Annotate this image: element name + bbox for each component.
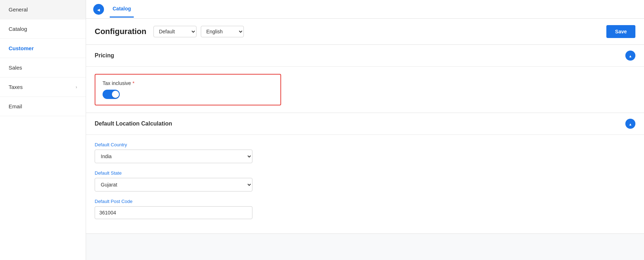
- location-section-header: Default Location Calculation: [86, 113, 644, 135]
- chevron-up-icon-2: [629, 121, 632, 127]
- sidebar-item-taxes[interactable]: Taxes ›: [0, 77, 86, 97]
- default-country-group: Default Country India USA UK Australia: [95, 142, 635, 163]
- chevron-right-icon: ›: [76, 85, 77, 90]
- location-content: Default Country India USA UK Australia D…: [86, 135, 644, 233]
- tab-catalog-label: Catalog: [113, 6, 131, 11]
- chevron-up-icon: [629, 53, 632, 58]
- sidebar-item-taxes-label: Taxes: [9, 84, 23, 90]
- pricing-section-header: Pricing: [86, 45, 644, 67]
- pricing-section-title: Pricing: [95, 52, 114, 59]
- sidebar-item-customer-label: Customer: [9, 45, 34, 51]
- default-state-group: Default State Gujarat Maharashtra Delhi …: [95, 170, 635, 192]
- toggle-knob: [112, 91, 119, 98]
- location-section: Default Location Calculation Default Cou…: [86, 113, 644, 234]
- config-title: Configuration: [95, 27, 146, 36]
- sidebar-item-email-label: Email: [9, 103, 22, 109]
- save-button[interactable]: Save: [606, 25, 635, 38]
- default-postcode-group: Default Post Code 361004: [95, 199, 635, 219]
- config-header: Configuration Default Store 1 Store 2 En…: [86, 19, 644, 45]
- default-country-label: Default Country: [95, 142, 635, 147]
- tabs-bar: Catalog: [86, 0, 644, 19]
- store-select[interactable]: Default Store 1 Store 2: [153, 26, 196, 37]
- location-toggle-button[interactable]: [625, 119, 635, 129]
- location-section-title: Default Location Calculation: [95, 120, 172, 127]
- pricing-toggle-button[interactable]: [625, 51, 635, 61]
- required-star: *: [132, 80, 134, 86]
- pricing-content: Tax inclusive *: [86, 67, 644, 113]
- sidebar-item-sales-label: Sales: [9, 65, 22, 71]
- chevron-left-icon: [97, 6, 100, 12]
- sidebar-item-customer[interactable]: Customer: [0, 39, 86, 58]
- default-country-select[interactable]: India USA UK Australia: [95, 150, 252, 163]
- sidebar-item-catalog[interactable]: Catalog: [0, 19, 86, 39]
- sidebar-item-sales[interactable]: Sales: [0, 58, 86, 77]
- default-state-select[interactable]: Gujarat Maharashtra Delhi Karnataka: [95, 178, 252, 192]
- sidebar-item-general[interactable]: General: [0, 0, 86, 19]
- default-state-label: Default State: [95, 170, 635, 176]
- sidebar-item-catalog-label: Catalog: [9, 26, 27, 32]
- tax-inclusive-label: Tax inclusive *: [103, 80, 273, 86]
- language-select[interactable]: English French Spanish: [201, 26, 244, 37]
- default-postcode-input[interactable]: 361004: [95, 206, 252, 219]
- back-button[interactable]: [93, 4, 104, 15]
- sidebar: General Catalog Customer Sales Taxes › E…: [0, 0, 86, 260]
- main-area: Catalog Configuration Default Store 1 St…: [86, 0, 644, 260]
- pricing-section: Pricing Tax inclusive *: [86, 45, 644, 113]
- tax-inclusive-toggle-wrapper: [103, 90, 273, 99]
- content-area: Pricing Tax inclusive *: [86, 45, 644, 260]
- tax-inclusive-toggle[interactable]: [103, 90, 120, 99]
- sidebar-item-email[interactable]: Email: [0, 97, 86, 116]
- default-postcode-label: Default Post Code: [95, 199, 635, 204]
- tax-inclusive-highlight-box: Tax inclusive *: [95, 74, 281, 105]
- sidebar-item-general-label: General: [9, 6, 28, 13]
- tab-catalog[interactable]: Catalog: [110, 1, 134, 18]
